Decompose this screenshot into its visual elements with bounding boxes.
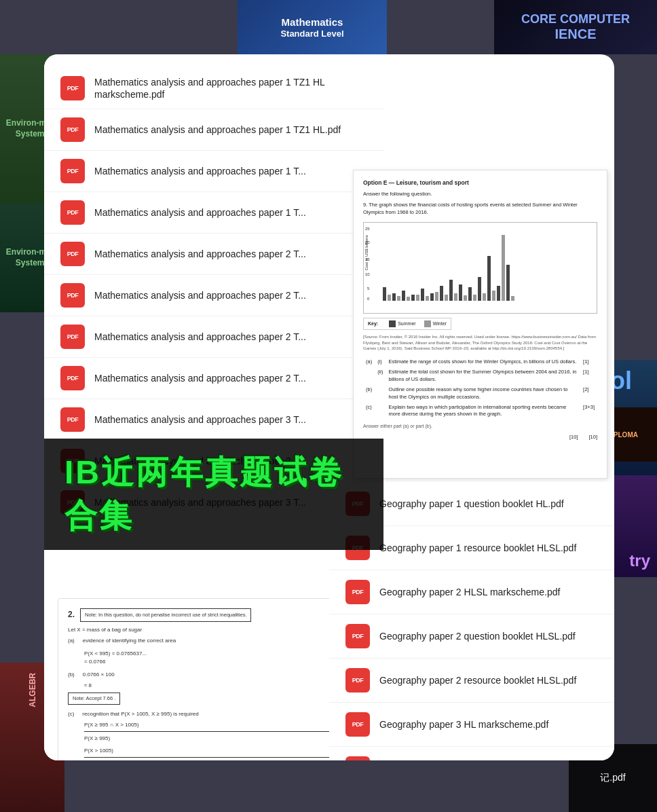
note-b: Note: Accept 7.66 . (68, 693, 120, 705)
frac2-num: P(X > 1005) (84, 747, 360, 757)
doc-instruction: Answer the following question. (363, 191, 597, 198)
bar-2000w (464, 295, 467, 301)
frac1-num: P(X ≥ 995 ∩ X > 1005) (84, 721, 360, 731)
main-card: PDF Mathematics analysis and approaches … (44, 54, 614, 760)
q2-label: 2. (68, 608, 75, 621)
bar-2008w (483, 293, 486, 301)
pdf-icon-4: PDF (60, 200, 85, 225)
pdf-icon-5: PDF (60, 242, 85, 266)
bar-1972s (392, 293, 396, 301)
file-item-4[interactable]: PDF Mathematics analysis and approaches … (44, 192, 383, 234)
bar-1968w (388, 295, 391, 301)
bar-1968s (383, 287, 386, 301)
doc-preview: Option E — Leisure, tourism and sport An… (353, 170, 607, 479)
key-summer: Summer (398, 320, 415, 327)
bar-2004w (473, 295, 476, 301)
math-book-title-line2: Standard Level (280, 29, 343, 39)
bar-2004s (468, 287, 472, 301)
file-item-5[interactable]: PDF Mathematics analysis and approaches … (44, 234, 383, 275)
notes-label: 记.pdf (600, 772, 625, 784)
y-5: 5 (367, 286, 369, 292)
geo-file-7[interactable]: PDF TestDaily分享-Geography paper 3 HL.pdf (329, 747, 614, 760)
doc-source: [Source: From Insider, © 2016 Insider In… (363, 334, 597, 352)
file-item-3[interactable]: PDF Mathematics analysis and approaches … (44, 151, 383, 192)
pdf-icon-3: PDF (60, 159, 85, 183)
geo-file-3[interactable]: PDF Geography paper 2 HLSL markscheme.pd… (329, 570, 614, 614)
file-name-7: Mathematics analysis and approaches pape… (94, 331, 306, 343)
bar-1996s (449, 280, 453, 301)
geo-file-5[interactable]: PDF Geography paper 2 resource booklet H… (329, 659, 614, 703)
geo-pdf-icon-3: PDF (345, 580, 370, 604)
markscheme-preview: 2. Note: In this question, do not penali… (58, 598, 370, 760)
pdf-icon-6: PDF (60, 283, 85, 308)
bar-1980s (411, 295, 415, 301)
file-item-8[interactable]: PDF Mathematics analysis and approaches … (44, 358, 383, 399)
geo-file-name-6: Geography paper 3 HL markscheme.pdf (379, 718, 548, 731)
file-name-3: Mathematics analysis and approaches pape… (94, 165, 306, 177)
geo-file-name-2: Geography paper 1 resource booklet HLSL.… (379, 542, 576, 554)
doc-qa: Estimate the range of costs shown for th… (386, 357, 581, 367)
part-a-text: evidence of identifying the correct area (83, 637, 176, 645)
file-item-7[interactable]: PDF Mathematics analysis and approaches … (44, 316, 383, 358)
markscheme-note: Note: In this question, do not penalise … (80, 608, 251, 622)
bar-1972w (397, 296, 400, 301)
pdf-icon-2: PDF (60, 117, 85, 142)
file-name-5: Mathematics analysis and approaches pape… (94, 248, 306, 260)
part-a-label: (a) (68, 637, 75, 645)
bar-1976s (402, 291, 405, 301)
file-item-9[interactable]: PDF Mathematics analysis and approaches … (44, 399, 383, 441)
geo-pdf-icon-5: PDF (345, 668, 370, 693)
file-name-1: Mathematics analysis and approaches pape… (94, 76, 367, 100)
file-item-6[interactable]: PDF Mathematics analysis and approaches … (44, 275, 383, 316)
pdf-icon-1: PDF (60, 76, 85, 100)
y-25: 25 (365, 226, 370, 232)
banner: IB近两年真题试卷合集 (44, 439, 383, 550)
q10-marks1: [10] (569, 434, 578, 441)
algebra-label: ALGEBR (28, 673, 37, 707)
doc-marks-bottom: [10] [10] (363, 434, 597, 441)
doc-q9: 9. The graph shows the financial costs o… (363, 202, 597, 217)
geo-pdf-icon-7: PDF (345, 756, 370, 760)
pdf-icon-7: PDF (60, 325, 85, 349)
file-item-2[interactable]: PDF Mathematics analysis and approaches … (44, 109, 383, 151)
geo-file-4[interactable]: PDF Geography paper 2 question booklet H… (329, 614, 614, 659)
doc-marks3: [2] (580, 385, 597, 403)
bar-1984w (426, 296, 429, 301)
geo-file-name-4: Geography paper 2 question booklet HLSL.… (379, 630, 576, 642)
y-axis-title: Cost in US$ billions (364, 235, 370, 270)
q10-marks2: [10] (588, 434, 597, 441)
doc-qb: Estimate the total cost shown for the Su… (386, 367, 581, 385)
let-x: Let X = mass of a bag of sugar (68, 626, 360, 634)
frac1-den: P(X ≥ 995) (84, 735, 360, 743)
bar-2012s (487, 256, 491, 301)
bar-1992s (440, 286, 443, 301)
doc-marks4: [3+3] (580, 403, 597, 420)
doc-qc: Outline one possible reason why some hig… (386, 385, 581, 403)
part-b-result: ≈ 8 (84, 682, 360, 690)
mini-chart: 25 20 15 10 5 0 Cost in US$ billions (363, 222, 597, 314)
core-cs-bg: CORE COMPUTER IENCE (494, 0, 657, 54)
geo-pdf-icon-4: PDF (345, 624, 370, 648)
bar-2016s (506, 265, 510, 301)
prob-a: P(X < 995) = 0.0765637... (84, 650, 360, 658)
file-name-8: Mathematics analysis and approaches pape… (94, 372, 306, 384)
bar-2000s (459, 284, 462, 301)
part-c-text: recognition that P(X > 1005, X ≥ 995) is… (82, 710, 198, 718)
chart-key: Key: Summer Winter (363, 318, 451, 330)
bar-1992w (445, 295, 448, 301)
core-cs-line2: IENCE (555, 26, 596, 42)
key-winter: Winter (433, 320, 447, 327)
geo-file-name-1: Geography paper 1 question booklet HL.pd… (379, 498, 564, 510)
file-name-2: Mathematics analysis and approaches pape… (94, 124, 341, 136)
bar-2012w (492, 291, 495, 301)
y-10: 10 (365, 272, 370, 278)
file-name-9: Mathematics analysis and approaches pape… (94, 413, 306, 426)
bar-1976w (407, 297, 410, 301)
geo-file-name-3: Geography paper 2 HLSL markscheme.pdf (379, 586, 560, 598)
file-item-1[interactable]: PDF Mathematics analysis and approaches … (44, 68, 383, 109)
y-0: 0 (367, 296, 369, 302)
option-label: Option E — Leisure, tourism and sport (363, 179, 597, 187)
doc-questions: (a) (i) Estimate the range of costs show… (363, 357, 597, 420)
chem-label: try (629, 551, 650, 570)
geo-file-6[interactable]: PDF Geography paper 3 HL markscheme.pdf (329, 703, 614, 747)
